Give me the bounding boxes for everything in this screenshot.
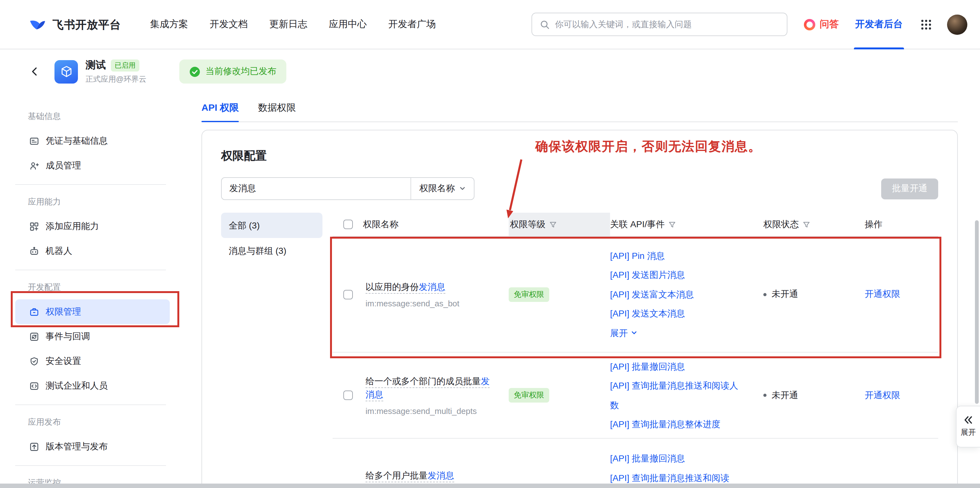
- api-link[interactable]: [API] 发送富文本消息: [610, 285, 746, 304]
- sidebar-section-title: 开发配置: [28, 282, 180, 293]
- sidebar-item-add-capability[interactable]: 添加应用能力: [15, 214, 170, 239]
- table-row: 给一个或多个部门的成员批量发消息im:message:send_multi_de…: [332, 353, 938, 439]
- app-icon: [54, 60, 78, 83]
- permission-search-input[interactable]: [222, 178, 410, 200]
- open-permission-link[interactable]: 开通权限: [865, 390, 938, 401]
- api-link[interactable]: [API] 发送图片消息: [610, 266, 746, 285]
- api-link[interactable]: [API] 查询批量消息整体进度: [610, 415, 746, 434]
- app-subtitle: 正式应用@环界云: [86, 74, 146, 84]
- sidebar-item-label: 机器人: [46, 245, 72, 257]
- qa-icon: [804, 19, 815, 30]
- expand-label: 展开: [610, 323, 628, 343]
- sidebar-item-label: 安全设置: [46, 355, 81, 367]
- status-text: 未开通: [772, 288, 798, 300]
- permission-name[interactable]: 给多个用户批量发消息: [366, 469, 492, 482]
- check-circle-icon: [189, 66, 200, 77]
- horizontal-scrollbar[interactable]: [0, 483, 980, 488]
- open-permission-link[interactable]: 开通权限: [865, 288, 938, 300]
- column-header-label: 权限状态: [764, 219, 799, 230]
- page-title: 权限配置: [221, 148, 938, 163]
- app-name: 测试: [86, 59, 106, 72]
- api-link[interactable]: [API] Pin 消息: [610, 246, 746, 266]
- category-list: 全部 (3)消息与群组 (3): [221, 213, 323, 488]
- double-chevron-left-icon: [964, 415, 973, 425]
- sidebar-item-label: 成员管理: [46, 160, 81, 171]
- permission-scope: im:message:send_as_bot: [366, 298, 492, 309]
- feishu-logo-icon: [28, 15, 47, 34]
- back-icon[interactable]: [29, 66, 41, 77]
- table-row: 给多个用户批量发消息[API] 批量撤回消息[API] 查询批量消息推送和阅读: [332, 439, 938, 488]
- batch-open-button[interactable]: 批量开通: [881, 178, 938, 199]
- api-link[interactable]: [API] 批量撤回消息: [610, 449, 746, 468]
- sidebar-item-release[interactable]: 版本管理与发布: [15, 434, 170, 459]
- console-label: 开发者后台: [855, 18, 903, 30]
- publish-status-banner: 当前修改均已发布: [179, 60, 286, 84]
- publish-banner-text: 当前修改均已发布: [205, 66, 276, 77]
- main-nav: 集成方案开发文档更新日志应用中心开发者广场: [150, 18, 436, 30]
- tab-api-permission[interactable]: API 权限: [202, 93, 239, 122]
- event-icon: [29, 331, 39, 341]
- filter-icon[interactable]: [549, 220, 557, 228]
- divider: [15, 269, 166, 270]
- sidebar-item-event[interactable]: 事件与回调: [15, 324, 170, 349]
- test-org-icon: [29, 381, 39, 391]
- row-checkbox[interactable]: [343, 290, 353, 299]
- apps-grid-icon[interactable]: [920, 19, 932, 30]
- permission-name[interactable]: 以应用的身份发消息: [366, 280, 492, 293]
- level-badge: 免审权限: [509, 388, 549, 402]
- sidebar-item-label: 凭证与基础信息: [46, 135, 108, 147]
- filter-icon[interactable]: [669, 220, 676, 228]
- page: 飞书开放平台 集成方案开发文档更新日志应用中心开发者广场 问答 开发者后台: [0, 0, 980, 488]
- expand-row-link[interactable]: 展开: [610, 323, 746, 343]
- qa-link[interactable]: 问答: [804, 18, 839, 30]
- column-header: 权限等级: [509, 213, 610, 236]
- permission-icon: [29, 307, 39, 317]
- developer-console-tab[interactable]: 开发者后台: [855, 0, 903, 49]
- sidebar-section-title: 基础信息: [28, 111, 180, 122]
- row-checkbox[interactable]: [343, 391, 353, 400]
- security-icon: [29, 356, 39, 366]
- nav-search[interactable]: [531, 13, 788, 36]
- vertical-scrollbar[interactable]: [975, 220, 979, 404]
- api-link[interactable]: [API] 批量撤回消息: [610, 356, 746, 376]
- filter-icon[interactable]: [803, 220, 810, 228]
- sidebar-item-test-org[interactable]: 测试企业和人员: [15, 374, 170, 398]
- brand[interactable]: 飞书开放平台: [28, 15, 121, 34]
- nav-search-input[interactable]: [555, 20, 779, 29]
- api-link[interactable]: [API] 查询批量消息推送和阅读人数: [610, 376, 746, 415]
- nav-item[interactable]: 集成方案: [150, 18, 188, 30]
- permission-tabs: API 权限 数据权限: [202, 93, 958, 122]
- column-header-label: 操作: [865, 219, 883, 230]
- top-navbar: 飞书开放平台 集成方案开发文档更新日志应用中心开发者广场 问答 开发者后台: [0, 0, 980, 49]
- nav-item[interactable]: 开发文档: [210, 18, 248, 30]
- tab-label: 数据权限: [258, 101, 296, 114]
- select-all-checkbox[interactable]: [343, 220, 353, 229]
- divider: [15, 404, 166, 405]
- sidebar-item-members[interactable]: 成员管理: [15, 153, 170, 178]
- search-icon: [540, 19, 550, 29]
- status-badge: 已启用: [111, 59, 139, 71]
- nav-item[interactable]: 更新日志: [269, 18, 307, 30]
- category-item[interactable]: 全部 (3): [221, 213, 323, 238]
- divider: [15, 184, 166, 185]
- sidebar-item-robot[interactable]: 机器人: [15, 239, 170, 263]
- sidebar-section-title: 应用能力: [28, 196, 180, 208]
- level-badge: 免审权限: [509, 287, 549, 302]
- tab-data-permission[interactable]: 数据权限: [258, 93, 296, 122]
- sidebar-item-permission[interactable]: 权限管理: [15, 299, 170, 324]
- sidebar-item-security[interactable]: 安全设置: [15, 349, 170, 374]
- column-header: 权限状态: [764, 213, 865, 236]
- category-item[interactable]: 消息与群组 (3): [221, 238, 323, 263]
- expand-panel-button[interactable]: 展开: [956, 406, 980, 447]
- divider: [15, 465, 166, 466]
- api-link[interactable]: [API] 发送文本消息: [610, 304, 746, 323]
- sidebar-item-credential[interactable]: 凭证与基础信息: [15, 128, 170, 153]
- avatar[interactable]: [947, 14, 967, 35]
- permission-name[interactable]: 给一个或多个部门的成员批量发消息: [366, 374, 492, 401]
- search-field-label: 权限名称: [419, 183, 455, 194]
- nav-item[interactable]: 开发者广场: [388, 18, 436, 30]
- nav-item[interactable]: 应用中心: [329, 18, 367, 30]
- column-header: 权限名称: [363, 213, 509, 236]
- sidebar-item-label: 权限管理: [46, 306, 81, 317]
- search-field-select[interactable]: 权限名称: [410, 178, 474, 200]
